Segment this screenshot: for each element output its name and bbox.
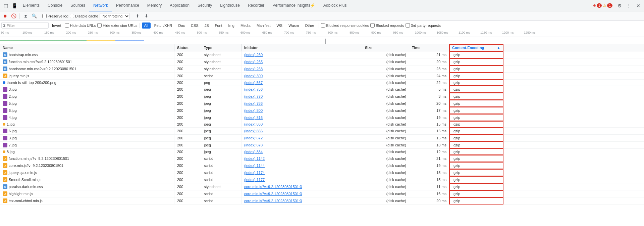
filter-other-btn[interactable]: Other [303,22,317,29]
import-icon[interactable]: ⬆ [134,12,142,20]
table-row[interactable]: 6.jpg 200 jpeg (index):800 (disk cache) … [0,107,644,114]
tab-application[interactable]: Application [166,0,194,11]
third-party-checkbox[interactable] [406,23,410,28]
initiator-link[interactable]: (index):260 [244,53,263,57]
table-row[interactable]: 5.jpg 200 jpeg (index):786 (disk cache) … [0,100,644,107]
network-table[interactable]: Name Status Type Initiator Size Time Con… [0,44,644,226]
table-row[interactable]: 3.jpg 200 jpeg (index):756 (disk cache) … [0,86,644,93]
th-size[interactable]: Size [362,44,409,51]
table-row[interactable]: J function.min.js?v=9.2.120230801501 200… [0,155,644,162]
filter-wasm-btn[interactable]: Wasm [286,22,301,29]
table-row[interactable]: C handsome.min.css?v=9.2.120230801501 20… [0,65,644,73]
initiator-link[interactable]: (index):756 [244,87,263,91]
th-status[interactable]: Status [174,44,201,51]
th-name[interactable]: Name [0,44,174,51]
filter-fetch-btn[interactable]: Fetch/XHR [152,22,175,29]
disable-cache-checkbox[interactable] [70,14,74,18]
table-row[interactable]: thumb-is-still-top-200x200.png 200 png (… [0,80,644,86]
tab-adblock[interactable]: Adblock Plus [319,0,351,11]
table-row[interactable]: 1.jpg 200 jpeg (index):860 (disk cache) … [0,121,644,128]
th-type[interactable]: Type [201,44,241,51]
table-row[interactable]: 4.jpg 200 jpeg (index):816 (disk cache) … [0,114,644,121]
more-icon[interactable]: ⋮ [625,1,633,10]
initiator-link[interactable]: (index):866 [244,129,263,133]
tab-security[interactable]: Security [194,0,216,11]
filter-js-btn[interactable]: JS [202,22,211,29]
tab-memory[interactable]: Memory [143,0,166,11]
filter-font-btn[interactable]: Font [213,22,225,29]
hide-ext-urls-label[interactable]: Hide extension URLs [97,23,137,28]
device-icon[interactable]: 📱 [10,1,19,10]
hide-data-urls-label[interactable]: Hide data URLs [65,23,96,28]
th-time[interactable]: Time [409,44,449,51]
filter-css-btn[interactable]: CSS [189,22,201,29]
initiator-link[interactable]: core.min.js?v=9.2.120230801501:3 [244,185,302,189]
filter-doc-btn[interactable]: Doc [176,22,187,29]
table-row[interactable]: C paraiso-dark.min.css 200 stylesheet co… [0,183,644,190]
inspect-icon[interactable]: ⬚ [1,1,10,10]
settings-icon[interactable]: ⚙ [615,1,624,10]
search-btn[interactable]: 🔍 [31,12,38,20]
initiator-link[interactable]: (index):1177 [244,178,265,182]
hide-ext-urls-checkbox[interactable] [97,23,102,28]
table-row[interactable]: 8.jpg 200 jpeg (index):884 (disk cache) … [0,149,644,155]
table-row[interactable]: J SmoothScroll.min.js 200 script (index)… [0,176,644,183]
blocked-requests-label[interactable]: Blocked requests [370,23,404,28]
disable-cache-label[interactable]: Disable cache [70,14,98,18]
table-row[interactable]: C bootstrap.min.css 200 stylesheet (inde… [0,51,644,58]
tab-elements[interactable]: Elements [19,0,44,11]
timeline-area[interactable]: 50 ms100 ms150 ms200 ms250 ms300 ms350 m… [0,30,644,44]
th-content-encoding[interactable]: Content-Encoding ▲ [449,44,503,51]
hide-data-urls-checkbox[interactable] [65,23,69,28]
third-party-label[interactable]: 3rd-party requests [406,23,441,28]
table-row[interactable]: J jquery.min.js 200 script (index):300 (… [0,73,644,80]
initiator-link[interactable]: (index):860 [244,122,263,126]
invert-btn[interactable]: Invert [50,23,63,28]
initiator-link[interactable]: (index):878 [244,143,263,147]
tab-performance[interactable]: Performance [112,0,143,11]
tab-console[interactable]: Console [44,0,66,11]
initiator-link[interactable]: (index):884 [244,150,263,154]
table-row[interactable]: J highlight.min.js 200 script core.min.j… [0,190,644,197]
preserve-log-checkbox[interactable] [42,14,47,18]
table-row[interactable]: 2.jpg 200 jpeg (index):770 (disk cache) … [0,93,644,100]
initiator-link[interactable]: (index):567 [244,81,263,85]
table-row[interactable]: 7.jpg 200 jpeg (index):878 (disk cache) … [0,142,644,149]
initiator-link[interactable]: (index):1174 [244,171,265,175]
tab-network[interactable]: Network [89,0,112,11]
filter-media-btn[interactable]: Media [238,22,253,29]
initiator-link[interactable]: (index):770 [244,94,263,98]
table-row[interactable]: 6.jpg 200 jpeg (index):866 (disk cache) … [0,128,644,135]
initiator-link[interactable]: core.min.js?v=9.2.120230801501:3 [244,192,302,196]
initiator-link[interactable]: (index):1144 [244,164,265,168]
filter-manifest-btn[interactable]: Manifest [254,22,273,29]
filter-input[interactable] [7,24,47,28]
throttle-select[interactable]: No throttling [100,13,130,19]
tab-sources[interactable]: Sources [66,0,89,11]
table-row[interactable]: 3.jpg 200 jpeg (index):872 (disk cache) … [0,135,644,142]
tab-perf-insights[interactable]: Performance insights ⚡ [268,0,319,11]
th-initiator[interactable]: Initiator [241,44,362,51]
filter-icon-btn[interactable]: ⧗ [22,12,29,20]
clear-btn[interactable]: 🚫 [10,12,17,20]
initiator-link[interactable]: core.min.js?v=9.2.120230801501:3 [244,199,302,203]
blocked-cookies-checkbox[interactable] [321,23,325,28]
initiator-link[interactable]: (index):300 [244,74,263,78]
table-row[interactable]: J core.min.js?v=9.2.120230801501 200 scr… [0,162,644,169]
initiator-link[interactable]: (index):1142 [244,156,265,161]
table-row[interactable]: J jquery.pjax.min.js 200 script (index):… [0,169,644,176]
initiator-link[interactable]: (index):800 [244,108,263,112]
tab-lighthouse[interactable]: Lighthouse [216,0,244,11]
table-row[interactable]: C function.min.css?v=9.2.120230801501 20… [0,58,644,65]
initiator-link[interactable]: (index):265 [244,60,263,64]
initiator-link[interactable]: (index):268 [244,67,263,71]
close-icon[interactable]: ✕ [634,1,643,10]
table-row[interactable]: J tex-mml-chtml.min.js 200 script core.m… [0,197,644,205]
initiator-link[interactable]: (index):816 [244,116,263,120]
initiator-link[interactable]: (index):786 [244,101,263,105]
filter-img-btn[interactable]: Img [226,22,237,29]
blocked-cookies-label[interactable]: Blocked response cookies [321,23,369,28]
blocked-requests-checkbox[interactable] [370,23,375,28]
export-icon[interactable]: ⬇ [143,12,150,20]
filter-all-btn[interactable]: All [142,22,151,29]
